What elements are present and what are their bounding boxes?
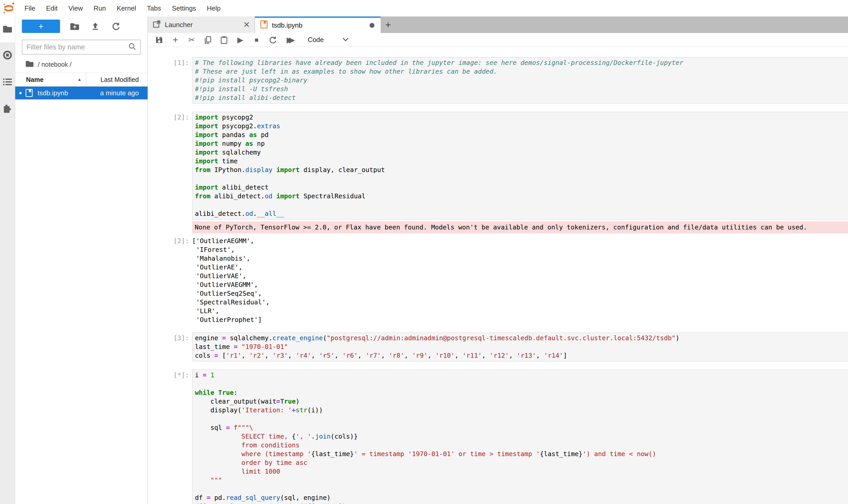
cut-cells-icon[interactable]: ✂ [187,35,196,44]
tab-tsdb-notebook[interactable]: tsdb.ipynb [255,17,381,33]
code-cell-editor[interactable]: i = 1while True: clear_output(wait=True)… [192,370,848,504]
code-token: ] [563,352,567,359]
new-launcher-button[interactable]: + [22,20,60,33]
code-token: import [195,113,218,121]
interrupt-kernel-icon[interactable]: ■ [252,35,261,44]
code-token [214,389,218,396]
close-tab-icon[interactable]: ✕ [243,21,250,29]
code-line: import alibi_detect [195,183,848,192]
column-header-name[interactable]: Name ▲ [15,73,86,86]
notebook-cell[interactable]: [*]:i = 1while True: clear_output(wait=T… [148,370,848,504]
sidebar-tab-extensions[interactable] [0,96,15,123]
menu-run[interactable]: Run [88,4,111,12]
cell-output-prompt [148,221,192,233]
notebook-cell[interactable]: [2]:import psycopg2import psycopg2.extra… [148,112,848,324]
add-cell-icon[interactable]: + [171,35,180,44]
code-line: clear_output(wait=True) [195,397,848,406]
code-cell-editor[interactable]: import psycopg2import psycopg2.extrasimp… [192,112,848,219]
code-token: pd. [241,503,257,504]
file-list-header: Name ▲ Last Modified [15,73,147,87]
code-token: import [195,157,218,165]
restart-kernel-icon[interactable] [268,35,277,44]
menu-file[interactable]: File [19,4,41,12]
code-token: engine [195,334,222,342]
code-line: import psycopg2.extras [195,122,848,130]
breadcrumb[interactable]: / notebook / [25,60,147,69]
code-line: #!pip install -U tsfresh [195,85,848,93]
result-line: 'OutlierVAEGMM', [192,281,848,289]
file-filter-input[interactable] [26,43,128,52]
save-icon[interactable] [155,35,164,44]
code-cell-editor[interactable]: engine = sqlalchemy.create_engine("postg… [192,332,848,361]
launcher-icon [152,20,161,30]
menu-settings[interactable]: Settings [166,4,201,12]
tab-launcher[interactable]: Launcher ✕ [148,17,255,33]
run-cell-icon[interactable]: ▶ [236,35,245,44]
cell-input-prompt: [3]: [148,332,192,361]
sidebar-tab-filebrowser[interactable] [0,17,15,42]
execute-result: ['OutlierAEGMM', 'IForest', 'Mahalanobis… [192,235,848,324]
menu-edit[interactable]: Edit [41,4,63,12]
code-token: , [265,352,272,359]
unsaved-changes-dot [369,23,375,28]
code-line: alibi_detect.od.__all__ [195,210,848,218]
code-token: 'r7' [365,352,381,359]
code-token: f"""\ [234,424,253,431]
notebook-cell[interactable]: [3]:engine = sqlalchemy.create_engine("p… [148,332,848,361]
result-line: 'LLR', [192,307,848,316]
code-line: #!pip install alibi-detect [195,93,848,102]
notebook-cell[interactable]: [1]:# The following libraries have alrea… [148,57,848,104]
file-row-selected[interactable]: tsdb.ipynb a minute ago [15,87,147,100]
cell-output-area: [2]:['OutlierAEGMM', 'IForest', 'Mahalan… [148,235,848,324]
code-token: True [218,389,234,396]
code-line: i = 1 [195,371,848,380]
code-line: while True: [195,389,848,397]
new-tab-button[interactable]: + [381,17,396,33]
code-token: 'Iteration: ' [241,407,292,414]
code-token: IPython. [211,166,245,174]
code-line [195,380,848,389]
code-token: = [226,424,230,431]
copy-cells-icon[interactable] [203,35,213,44]
code-cell-editor[interactable]: # The following libraries have already b… [192,57,848,104]
new-folder-icon[interactable] [69,20,80,32]
list-icon [3,77,12,88]
code-token: = [206,494,211,501]
chevron-down-icon[interactable] [342,37,349,43]
code-line: # The following libraries have already b… [195,58,848,67]
sidebar-tab-running[interactable] [0,42,15,69]
notebook-content: [1]:# The following libraries have alrea… [148,47,848,504]
code-line: #!pip install psycopg2-binary [195,76,848,85]
file-browser-panel: + [15,17,148,504]
code-token: , [381,352,389,359]
menu-help[interactable]: Help [201,4,226,12]
code-token: # These are just left in as examples to … [195,68,497,75]
refresh-icon[interactable] [110,20,122,32]
paste-cells-icon[interactable] [219,35,229,44]
sidebar-tab-toc[interactable] [0,69,15,96]
upload-icon[interactable] [89,20,101,32]
code-line: from alibi_detect.od import SpectralResi… [195,192,848,201]
code-token: df[ [195,503,206,504]
code-token: , [455,352,463,359]
code-token: , [428,352,435,359]
code-token: display, clear_output [300,166,385,174]
tab-label: tsdb.ipynb [272,21,303,29]
code-line: order by time asc [195,458,848,467]
menu-kernel[interactable]: Kernel [111,4,141,12]
column-header-modified[interactable]: Last Modified [86,73,147,86]
code-token: ) [675,334,679,342]
menu-view[interactable]: View [63,4,88,12]
restart-run-all-icon[interactable]: ▶▶ [284,35,297,44]
code-line: SELECT time, {', '.join(cols)} [195,432,848,441]
code-token: (sql, engine) [280,494,331,501]
cell-output-prompt: [2]: [148,235,192,324]
code-line: import numpy as np [195,139,848,148]
menu-tabs[interactable]: Tabs [141,4,166,12]
cell-type-select[interactable]: Code [308,36,324,44]
code-token: import [195,140,218,147]
code-token: (df[ [300,503,315,504]
code-line: sql = f"""\ [195,424,848,432]
jupyterlab-window: File Edit View Run Kernel Tabs Settings … [0,0,848,504]
code-token: + [292,407,295,414]
